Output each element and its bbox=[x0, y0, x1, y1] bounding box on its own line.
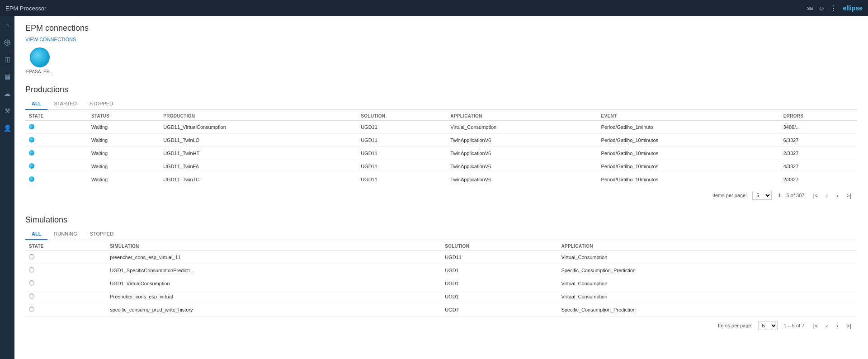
col-solution: SOLUTION bbox=[357, 110, 447, 121]
prod-production-0: UGD11_VirtualConsumption bbox=[160, 121, 357, 134]
main-layout: ⌂ ⨁ ◫ ▦ ☁ ⚒ 👤 EPM connections VIEW CONNE… bbox=[0, 16, 868, 359]
status-dot-0 bbox=[29, 124, 34, 129]
sidebar-icon-chart[interactable]: ▦ bbox=[2, 71, 12, 81]
col-status: STATUS bbox=[88, 110, 160, 121]
simulations-tabs: ALL RUNNING STOPPED bbox=[25, 228, 857, 240]
sim-solution-2: UGD1 bbox=[441, 277, 557, 290]
prod-state-0 bbox=[25, 121, 88, 134]
prod-event-1: Period/Gatilho_10minutos bbox=[598, 134, 780, 147]
table-row: specific_consump_pred_write_history UGD7… bbox=[25, 303, 857, 316]
sim-simulation-4: specific_consump_pred_write_history bbox=[106, 303, 441, 316]
prod-event-2: Period/Gatilho_10minutos bbox=[598, 147, 780, 160]
sim-application-2: Virtual_Consumption bbox=[557, 277, 857, 290]
col-application: APPLICATION bbox=[447, 110, 597, 121]
prod-status-2: Waiting bbox=[88, 147, 160, 160]
sidebar-icon-grid[interactable]: ⨁ bbox=[2, 37, 12, 47]
productions-next-page-button[interactable]: › bbox=[834, 191, 840, 200]
menu-icon[interactable]: ⋮ bbox=[830, 4, 837, 13]
tab-productions-stopped[interactable]: STOPPED bbox=[83, 98, 119, 110]
table-row: Waiting UGD11_TwinFA UGD11 TwinApplicati… bbox=[25, 160, 857, 173]
sidebar-icon-home[interactable]: ⌂ bbox=[2, 20, 12, 30]
productions-prev-page-button[interactable]: ‹ bbox=[824, 191, 830, 200]
prod-errors-1: 6/3327 bbox=[780, 134, 857, 147]
prod-production-1: UGD11_TwinLO bbox=[160, 134, 357, 147]
sim-solution-0: UGD11 bbox=[441, 251, 557, 264]
col-production: PRODUCTION bbox=[160, 110, 357, 121]
user-icon[interactable]: ☺ bbox=[818, 5, 825, 12]
status-dot-3 bbox=[29, 163, 34, 169]
prod-status-4: Waiting bbox=[88, 173, 160, 186]
simulations-prev-page-button[interactable]: ‹ bbox=[824, 321, 830, 330]
sim-state-1 bbox=[25, 264, 106, 277]
tab-simulations-running[interactable]: RUNNING bbox=[47, 228, 83, 240]
tab-simulations-all[interactable]: ALL bbox=[25, 228, 47, 240]
sim-solution-1: UGD1 bbox=[441, 264, 557, 277]
connection-circle[interactable] bbox=[30, 47, 50, 67]
sim-application-1: Specific_Consumption_Prediction bbox=[557, 264, 857, 277]
productions-header-row: STATE STATUS PRODUCTION SOLUTION APPLICA… bbox=[25, 110, 857, 121]
status-spinner-2 bbox=[29, 280, 34, 286]
productions-first-page-button[interactable]: |< bbox=[811, 191, 820, 200]
table-row: Waiting UGD11_TwinHT UGD11 TwinApplicati… bbox=[25, 147, 857, 160]
sim-application-3: Virtual_Consumption bbox=[557, 290, 857, 303]
prod-solution-3: UGD11 bbox=[357, 160, 447, 173]
tab-productions-started[interactable]: STARTED bbox=[47, 98, 83, 110]
sidebar-icon-layers[interactable]: ◫ bbox=[2, 54, 12, 64]
sim-application-4: Specific_Consumption_Prediction bbox=[557, 303, 857, 316]
sidebar-icon-cloud[interactable]: ☁ bbox=[2, 89, 12, 99]
status-dot-4 bbox=[29, 176, 34, 182]
prod-state-1 bbox=[25, 134, 88, 147]
sim-col-solution: SOLUTION bbox=[441, 240, 557, 251]
simulations-items-per-page-select[interactable]: 5 10 25 bbox=[758, 321, 778, 330]
simulations-items-per-page-label: Items per page: bbox=[718, 323, 752, 328]
topbar: EPM Processor sa ☺ ⋮ ellipse bbox=[0, 0, 868, 16]
sim-col-simulation: SIMULATION bbox=[106, 240, 441, 251]
sidebar-icon-users[interactable]: 👤 bbox=[2, 123, 12, 133]
simulations-pagination: Items per page: 5 10 25 1 – 5 of 7 |< ‹ … bbox=[25, 316, 857, 335]
status-dot-1 bbox=[29, 137, 34, 142]
simulations-header-row: STATE SIMULATION SOLUTION APPLICATION bbox=[25, 240, 857, 251]
productions-last-page-button[interactable]: >| bbox=[844, 191, 854, 200]
productions-items-per-page-label: Items per page: bbox=[712, 193, 747, 198]
sim-state-0 bbox=[25, 251, 106, 264]
sim-simulation-1: UGD1_SpecificConsumptionPredicti... bbox=[106, 264, 441, 277]
topbar-user: sa bbox=[807, 5, 813, 11]
simulations-last-page-button[interactable]: >| bbox=[844, 321, 854, 330]
simulations-next-page-button[interactable]: › bbox=[834, 321, 840, 330]
epm-connections-title: EPM connections bbox=[25, 24, 857, 33]
sim-col-state: STATE bbox=[25, 240, 106, 251]
status-dot-2 bbox=[29, 150, 34, 156]
prod-event-4: Period/Gatilho_10minutos bbox=[598, 173, 780, 186]
sim-simulation-0: preencher_cons_esp_virtual_11 bbox=[106, 251, 441, 264]
table-row: Waiting UGD11_VirtualConsumption UGD11 V… bbox=[25, 121, 857, 134]
prod-solution-0: UGD11 bbox=[357, 121, 447, 134]
tab-simulations-stopped[interactable]: STOPPED bbox=[84, 228, 120, 240]
prod-errors-0: 3486/... bbox=[780, 121, 857, 134]
prod-event-3: Period/Gatilho_10minutos bbox=[598, 160, 780, 173]
sim-simulation-2: UGD1_VirtualConsumption bbox=[106, 277, 441, 290]
sim-state-2 bbox=[25, 277, 106, 290]
sidebar-icon-tools[interactable]: ⚒ bbox=[2, 106, 12, 116]
view-connections-link[interactable]: VIEW CONNECTIONS bbox=[25, 37, 857, 42]
simulations-title: Simulations bbox=[25, 215, 857, 225]
sim-col-application: APPLICATION bbox=[557, 240, 857, 251]
prod-solution-2: UGD11 bbox=[357, 147, 447, 160]
simulations-first-page-button[interactable]: |< bbox=[811, 321, 820, 330]
tab-productions-all[interactable]: ALL bbox=[25, 98, 47, 110]
simulations-table: STATE SIMULATION SOLUTION APPLICATION pr… bbox=[25, 240, 857, 316]
col-event: EVENT bbox=[598, 110, 780, 121]
status-spinner-4 bbox=[29, 307, 34, 312]
prod-solution-4: UGD11 bbox=[357, 173, 447, 186]
sim-solution-4: UGD7 bbox=[441, 303, 557, 316]
prod-production-3: UGD11_TwinFA bbox=[160, 160, 357, 173]
sim-solution-3: UGD1 bbox=[441, 290, 557, 303]
prod-status-1: Waiting bbox=[88, 134, 160, 147]
productions-items-per-page-select[interactable]: 5 10 25 bbox=[752, 191, 772, 200]
content-area: EPM connections VIEW CONNECTIONS EPASA_P… bbox=[14, 16, 868, 359]
prod-state-3 bbox=[25, 160, 88, 173]
col-state: STATE bbox=[25, 110, 88, 121]
prod-application-4: TwinApplicationV6 bbox=[447, 173, 597, 186]
prod-errors-3: 4/3327 bbox=[780, 160, 857, 173]
sim-application-0: Virtual_Consumption bbox=[557, 251, 857, 264]
productions-title: Productions bbox=[25, 85, 857, 94]
